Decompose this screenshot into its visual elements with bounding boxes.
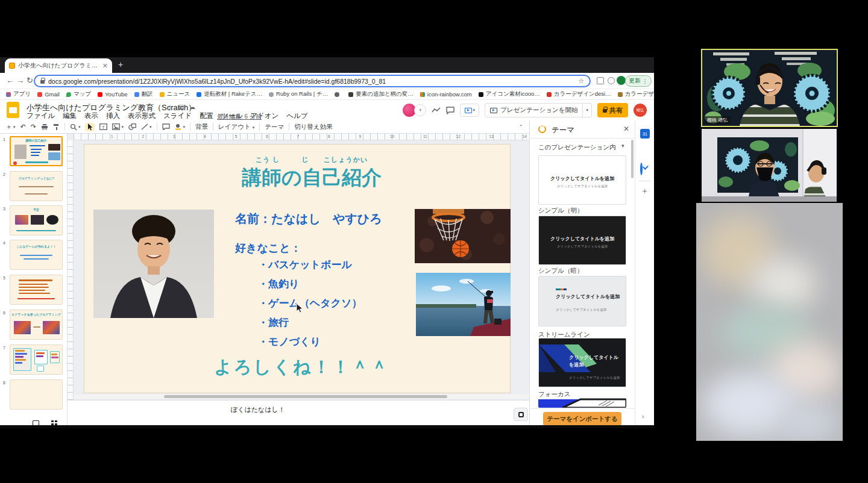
star-icon[interactable]: ☆ [168, 104, 173, 110]
current-slide[interactable]: こう し じ こしょうかい 講師の自己紹介 名前：たなはし やすひろ [84, 145, 510, 393]
canvas-horizontal-scrollbar[interactable] [74, 394, 529, 399]
user-avatar[interactable]: 晴弘 [634, 104, 647, 117]
insert-image-button[interactable]: ▾ [112, 123, 124, 130]
move-folder-icon[interactable]: ▤ [178, 104, 184, 110]
theme-card-streamline[interactable]: クリックしてタイトルを追加 クリックしてサブタイトルを追加 [538, 276, 626, 326]
transition-button[interactable]: 切り替え効果 [294, 123, 333, 131]
browser-tab[interactable]: 小学生へ向けたプログラミング教… ✕ [5, 58, 112, 73]
insert-comment-button[interactable] [162, 123, 170, 130]
extension-icon[interactable] [597, 77, 604, 84]
speaker-notes-text[interactable]: ぼくはたなはし！ [231, 405, 285, 414]
background-button[interactable]: 背景 [195, 123, 208, 131]
last-edit-link[interactable]: 最終編集: 6 分前 [217, 113, 262, 121]
select-tool-button[interactable] [85, 123, 95, 131]
video-tile-blurred[interactable] [696, 203, 843, 441]
fishing-image[interactable] [416, 273, 511, 336]
tab-close-icon[interactable]: ✕ [102, 62, 108, 70]
theme-card-partial[interactable] [538, 398, 626, 408]
slide-thumbnail-7[interactable] [10, 344, 63, 375]
google-slides-logo[interactable] [7, 102, 19, 118]
notes-action-button[interactable] [514, 408, 528, 421]
theme-card-focus[interactable]: クリックしてタイトルを追加 クリックしてサブタイトルを追加 [538, 338, 626, 387]
collapse-toolbar-icon[interactable]: ⌃ [518, 124, 523, 130]
print-button[interactable] [41, 123, 48, 130]
slide-like-item[interactable]: ・ゲーム（ヘタクソ） [258, 296, 362, 310]
chrome-update-button[interactable]: 更新 ⋮ [625, 75, 652, 87]
bookmark-rails[interactable]: Ruby on Rails | チ… [269, 90, 328, 98]
layout-button[interactable]: レイアウト ▾ [218, 123, 254, 131]
video-tile-room[interactable] [702, 129, 837, 202]
slide-thumbnail-6[interactable]: スクラッチを使ったプログラミング [10, 310, 63, 340]
slide-thumbnail-2[interactable]: プログラミングってなに? [10, 171, 63, 201]
reload-icon[interactable]: ↻ [27, 76, 33, 86]
video-tile-active-speaker[interactable]: 棚橋 靖弘 [701, 49, 838, 127]
slide-like-item[interactable]: ・旅行 [258, 316, 289, 329]
bookmark-star-icon[interactable]: ☆ [578, 77, 584, 85]
bookmark-icon-rainbow[interactable]: icon-rainbow.com [420, 91, 472, 98]
back-icon[interactable]: ← [6, 76, 14, 86]
presentation-options-caret[interactable]: ▾ [582, 104, 591, 117]
url-bar[interactable]: docs.google.com/presentation/d/1Z2J0XlRy… [34, 75, 591, 87]
chevron-down-icon[interactable]: ▾ [621, 143, 624, 149]
menu-arrange[interactable]: 配置 [200, 111, 213, 120]
add-addon-icon[interactable]: ＋ [641, 185, 649, 196]
bookmark-translate[interactable]: 翻訳 [134, 90, 153, 98]
new-tab-button[interactable]: + [118, 60, 123, 69]
slide-thumbnail-1[interactable]: 講師の自己紹介 [10, 136, 63, 166]
insert-line-button[interactable]: ▾ [141, 123, 152, 130]
extension-icon-2[interactable] [608, 77, 615, 84]
undo-button[interactable]: ↶ [20, 123, 26, 131]
bookmark-apps[interactable]: アプリ [6, 90, 31, 98]
collapse-panel-chevron[interactable]: › [642, 413, 644, 420]
menu-edit[interactable]: 編集 [63, 111, 77, 120]
menu-file[interactable]: ファイル [27, 111, 55, 120]
bookmark-maps[interactable]: マップ [66, 90, 91, 98]
bookmark-youtube[interactable]: YouTube [98, 91, 127, 98]
new-slide-button[interactable]: ＋▾ [5, 122, 16, 131]
theme-panel-scrollbar[interactable] [631, 140, 634, 178]
slide-like-item[interactable]: ・モノづくり [258, 335, 321, 349]
slide-likes-label[interactable]: 好きなこと： [235, 241, 301, 255]
slide-thumbnail-5[interactable] [10, 275, 63, 305]
slide-like-item[interactable]: ・バスケットボール [258, 258, 352, 272]
theme-button[interactable]: テーマ [265, 123, 284, 131]
tasks-icon[interactable] [640, 163, 643, 175]
paint-format-button[interactable] [53, 123, 60, 130]
bookmark-colordesign[interactable]: カラーデザインdesi… [547, 90, 611, 98]
bookmark-globe[interactable] [335, 92, 342, 97]
import-theme-button[interactable]: テーマをインポートする [543, 412, 621, 426]
slide-title[interactable]: 講師の自己紹介 [203, 164, 420, 192]
zoom-button[interactable]: ▾ [70, 123, 81, 131]
browser-profile-avatar[interactable] [617, 76, 626, 85]
chrome-menu-icon[interactable]: ⋮ [643, 78, 648, 84]
presenter-photo[interactable] [93, 210, 214, 318]
menu-slide[interactable]: スライド [163, 111, 192, 120]
forward-icon[interactable]: → [16, 76, 24, 86]
menu-insert[interactable]: 挿入 [106, 111, 120, 120]
bookmark-elements[interactable]: 要素の追加と柄の変… [348, 90, 414, 98]
slide-thumbnail-3[interactable]: 予定 [10, 205, 63, 235]
slide-closing-text[interactable]: よろしくね！！＾＾ [214, 355, 389, 379]
menu-format[interactable]: 表示形式 [128, 111, 156, 120]
bookmark-gmail[interactable]: Gmail [37, 91, 60, 98]
present-mode-button[interactable]: ▾ [460, 104, 479, 117]
scrollbar-thumb[interactable] [164, 395, 447, 398]
share-button[interactable]: 共有 [597, 103, 628, 117]
bookmark-news[interactable]: ニュース [160, 90, 190, 98]
calendar-icon[interactable]: 31 [640, 129, 650, 139]
close-icon[interactable]: ✕ [623, 125, 629, 133]
start-presentation-button[interactable]: プレゼンテーションを開始 ▾ [485, 103, 592, 117]
insert-shape-button[interactable] [128, 123, 136, 130]
menu-help[interactable]: ヘルプ [286, 111, 307, 120]
speaker-notes-bar[interactable]: ぼくはたなはし！ [68, 400, 529, 425]
basketball-image[interactable] [415, 209, 511, 263]
bookmark-rake[interactable]: 逆転教材 | Rakeテス… [197, 90, 262, 98]
bookmark-icooon[interactable]: アイコン素材icooo… [479, 90, 540, 98]
slide-like-item[interactable]: ・魚釣り [258, 277, 299, 291]
slide-thumbnail-4[interactable]: こんなゲームが作れるよ！！ [10, 240, 63, 270]
grid-view-icon[interactable] [51, 420, 57, 425]
text-box-button[interactable]: T [99, 123, 107, 130]
comment-icon[interactable] [446, 107, 454, 114]
theme-card-simple-light[interactable]: クリックしてタイトルを追加 クリックしてサブタイトルを追加 [538, 155, 626, 205]
redo-button[interactable]: ↷ [31, 123, 36, 131]
